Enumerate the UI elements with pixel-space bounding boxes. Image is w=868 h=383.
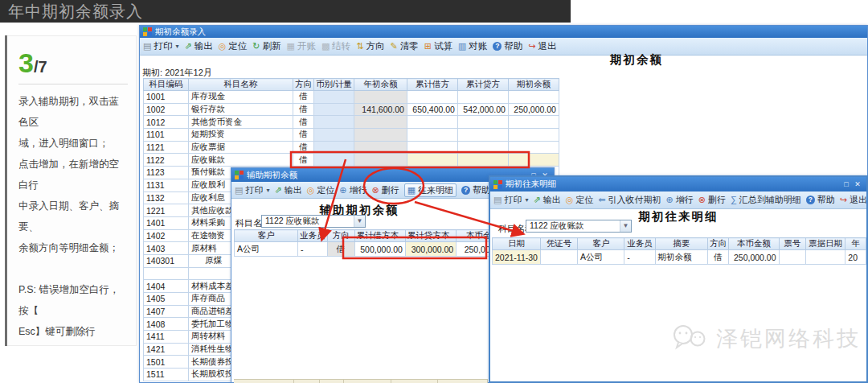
cell[interactable] (354, 141, 407, 154)
cell[interactable]: A公司 (235, 242, 298, 257)
cell[interactable]: 借 (293, 103, 314, 116)
cell[interactable] (314, 103, 354, 116)
clear-button[interactable]: ✎清零 (391, 40, 419, 52)
help-button[interactable]: ?帮助 (806, 194, 835, 206)
cell[interactable] (354, 129, 407, 142)
cell[interactable]: 1511 (144, 369, 189, 381)
cell[interactable]: 1421 (144, 343, 189, 356)
cell[interactable] (457, 129, 508, 142)
cell[interactable] (314, 154, 354, 167)
cell[interactable]: 应收账款 (189, 154, 293, 167)
cell[interactable]: 1407 (144, 305, 189, 318)
cell[interactable]: 1123 (144, 167, 189, 179)
cell[interactable] (457, 154, 508, 167)
cell[interactable] (407, 154, 457, 167)
dropdown-caret-icon[interactable]: ▾ (525, 196, 528, 204)
cell[interactable]: 1405 (144, 293, 189, 306)
printer-button[interactable]: ▤打印▾ (143, 40, 178, 52)
cell[interactable] (354, 116, 407, 129)
account-row[interactable]: 1122应收账款借 (144, 154, 559, 167)
cell[interactable]: 借 (293, 91, 314, 104)
aux-row[interactable]: A公司-借500,000.00300,000.00250,000.00 (235, 242, 510, 257)
cell[interactable]: 借 (293, 141, 314, 154)
cell[interactable]: 借 (707, 250, 729, 265)
locate-button[interactable]: ◎定位 (307, 184, 335, 196)
cell[interactable]: 1122 (144, 154, 189, 167)
cell[interactable]: 1404 (144, 280, 189, 293)
account-row[interactable]: 1012其他货币资金借 (144, 116, 559, 129)
printer-button[interactable]: ▤打印▾ (493, 194, 528, 206)
cell[interactable] (540, 250, 577, 265)
cell[interactable]: 542,000.00 (457, 103, 508, 116)
cell[interactable] (407, 116, 457, 129)
chevron-down-icon[interactable]: ▼ (354, 216, 365, 227)
chevron-down-icon[interactable]: ▼ (620, 220, 631, 232)
cell[interactable] (314, 129, 354, 142)
export-button[interactable]: ⇗输出 (533, 194, 560, 206)
cell[interactable] (407, 129, 457, 142)
dropdown-caret-icon[interactable]: ▾ (175, 43, 178, 50)
printer-button[interactable]: ▤打印▾ (235, 184, 269, 196)
cell[interactable] (407, 91, 457, 104)
account-row[interactable]: 1002银行存款借141,600.00650,400.00542,000.002… (144, 103, 559, 116)
cell[interactable] (314, 116, 354, 129)
cell[interactable] (457, 91, 508, 104)
cell[interactable]: 1002 (144, 103, 189, 116)
cell[interactable]: 1101 (144, 129, 189, 142)
cell[interactable]: 250,000.00 (508, 103, 559, 116)
cell[interactable]: 1401 (144, 216, 189, 229)
cell[interactable] (314, 91, 354, 104)
cell[interactable]: 2021-11-30 (493, 250, 541, 265)
add-row-button[interactable]: ⊕增行 (665, 194, 693, 206)
export-button[interactable]: ⇗输出 (184, 40, 212, 52)
account-row[interactable]: 1001库存现金借 (144, 91, 559, 104)
add-row-button[interactable]: ⊕增行 (339, 184, 366, 196)
direction-button[interactable]: ⇅方向 (356, 40, 384, 52)
account-row[interactable]: 1121应收票据借 (144, 141, 559, 154)
cell[interactable]: 借 (327, 242, 354, 257)
main-window-titlebar[interactable]: 期初余额录入 (140, 26, 867, 38)
cell[interactable]: 1012 (144, 116, 189, 129)
help-button[interactable]: ?帮助 (461, 184, 490, 196)
cell[interactable]: 20 (845, 250, 866, 265)
cell[interactable] (508, 154, 559, 167)
locate-button[interactable]: ◎定位 (219, 40, 248, 52)
summary-button[interactable]: ∑汇总到辅助明细 (731, 194, 801, 206)
cell[interactable]: 250,000.00 (729, 250, 779, 265)
cell[interactable]: 借 (293, 116, 314, 129)
cell[interactable]: 借 (293, 154, 314, 167)
cell[interactable]: A公司 (578, 250, 624, 265)
cell[interactable] (354, 154, 407, 167)
exit-button[interactable]: ↪退出 (840, 194, 866, 206)
cell[interactable]: 1402 (144, 229, 189, 242)
dropdown-caret-icon[interactable]: ▾ (266, 187, 269, 194)
maximize-button[interactable]: □ (841, 180, 852, 188)
detail-window-titlebar[interactable]: 期初往来明细 □ ✕ (490, 177, 866, 192)
cell[interactable] (314, 141, 354, 154)
cell[interactable]: 1131 (144, 179, 189, 192)
subject-select[interactable]: 1122 应收账款 ▼ (261, 215, 366, 228)
check-button[interactable]: ▥对账 (458, 40, 487, 52)
cell[interactable]: 141,600.00 (354, 103, 407, 116)
cell[interactable]: 140301 (144, 254, 189, 267)
cell[interactable] (508, 91, 559, 104)
detail-row[interactable]: 2021-11-30A公司-期初余额借250,000.0020 (493, 250, 866, 265)
refresh-button[interactable]: ↻刷新 (252, 40, 280, 52)
subject-select[interactable]: 1122 应收账款 ▼ (526, 220, 632, 233)
cell[interactable] (508, 141, 559, 154)
delete-row-button[interactable]: ⊗删行 (698, 194, 726, 206)
close-button[interactable]: ✕ (852, 180, 863, 188)
cell[interactable] (508, 116, 559, 129)
locate-button[interactable]: ◎定位 (566, 194, 594, 206)
delete-row-button[interactable]: ⊗删行 (371, 184, 399, 196)
cell[interactable]: 300,000.00 (405, 242, 456, 257)
cell[interactable]: - (624, 250, 655, 265)
cell[interactable] (354, 91, 407, 104)
cell[interactable]: 1408 (144, 318, 189, 331)
cell[interactable]: 1501 (144, 356, 189, 369)
cell[interactable]: 1411 (144, 331, 189, 344)
cell[interactable] (457, 116, 508, 129)
import-button[interactable]: ⇚引入收付期初 (598, 194, 661, 206)
cell[interactable]: 1132 (144, 192, 189, 204)
cell[interactable] (457, 141, 508, 154)
